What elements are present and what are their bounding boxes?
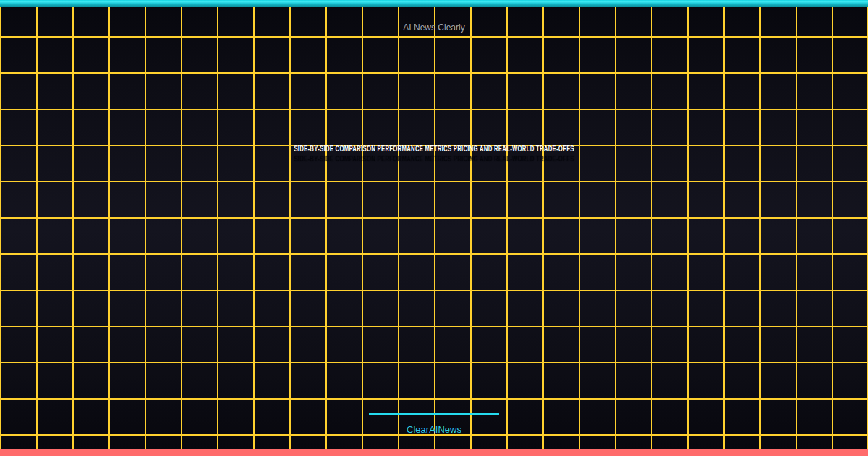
footer-brand: ClearAINews bbox=[0, 424, 868, 436]
top-accent-bar bbox=[0, 0, 868, 7]
social-card: AI News Clearly SIDE-BY-SIDE COMPARISON … bbox=[0, 0, 868, 456]
headline: SIDE-BY-SIDE COMPARISON PERFORMANCE METR… bbox=[95, 144, 773, 154]
grid-background bbox=[0, 0, 868, 456]
site-title: AI News Clearly bbox=[0, 22, 868, 33]
brand-underline bbox=[369, 413, 499, 415]
bottom-accent-bar bbox=[0, 449, 868, 456]
